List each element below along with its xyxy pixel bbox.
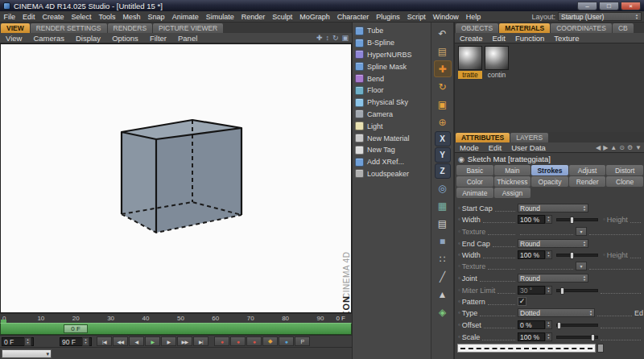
material-name[interactable]: tratte [458, 71, 482, 79]
menu-item[interactable]: Character [333, 11, 373, 23]
point-mode-icon[interactable]: ∷ [434, 250, 452, 267]
search-icon[interactable]: ⊙ [619, 144, 625, 151]
coordinate-system-icon[interactable]: ◎ [434, 180, 452, 196]
palette-item[interactable]: Camera [353, 109, 431, 121]
filter-icon[interactable]: ▼ [635, 144, 642, 151]
end-frame-field[interactable]: 90 F [60, 337, 92, 346]
minimize-button[interactable]: – [577, 2, 597, 10]
materials-menu-item[interactable]: Texture [549, 34, 584, 43]
material-thumbnail[interactable] [458, 46, 482, 70]
goto-start-button[interactable]: |◀ [97, 336, 112, 346]
material-thumbnail[interactable] [485, 46, 509, 70]
pattern-checkbox[interactable]: ✓ [518, 297, 526, 306]
palette-item[interactable]: Add XRef... [353, 156, 431, 168]
edit-pattern-button[interactable]: Ed [634, 309, 643, 317]
manager-tab[interactable]: MATERIALS [499, 23, 550, 33]
manager-tab[interactable]: CB [613, 23, 634, 33]
attributes-tab[interactable]: LAYERS [510, 133, 548, 142]
spinner-icon[interactable] [545, 320, 552, 329]
rotate-tool-icon[interactable]: ↻ [434, 78, 452, 95]
y-axis-lock[interactable]: Y [435, 147, 451, 163]
menu-item[interactable]: File [0, 11, 19, 23]
move-tool-icon[interactable]: ✚ [434, 60, 452, 77]
menu-item[interactable]: Mesh [119, 11, 144, 23]
viewport-3d[interactable]: CINEMA 4D MAXON [0, 43, 352, 313]
timeline-footer-field[interactable] [2, 349, 52, 358]
materials-menu-item[interactable]: Create [455, 34, 488, 43]
section-tab[interactable]: Animate [456, 188, 493, 198]
x-axis-lock[interactable]: X [435, 131, 451, 146]
palette-item[interactable]: Floor [353, 85, 431, 97]
play-button[interactable]: ▶ [145, 336, 160, 346]
pan-icon[interactable]: ✚ [316, 34, 323, 42]
viewport-tab[interactable]: RENDER SETTINGS [31, 23, 107, 33]
cube-object[interactable] [118, 115, 246, 237]
scale-tool-icon[interactable]: ▣ [434, 96, 452, 113]
menu-item[interactable]: Select [68, 11, 95, 23]
section-tab[interactable]: Render [569, 176, 606, 187]
viewport-menu-item[interactable]: Panel [172, 34, 203, 43]
palette-item[interactable]: Bend [353, 72, 431, 85]
parent-icon[interactable]: ▲ [610, 144, 617, 151]
menu-item[interactable]: Snap [144, 11, 168, 23]
start-frame-field[interactable]: 0 F [2, 337, 34, 346]
offset-field[interactable]: 0 % [518, 320, 545, 329]
material-name[interactable]: contin [485, 71, 509, 79]
spinner-icon[interactable] [545, 215, 552, 224]
render-settings-icon[interactable]: ▤ [434, 215, 452, 232]
section-tab[interactable]: Basic [456, 165, 493, 175]
settings-icon[interactable]: ⚙ [627, 144, 633, 151]
end-cap-select[interactable]: Round [518, 239, 588, 248]
palette-item[interactable]: Light [353, 120, 431, 132]
viewport-menu-item[interactable]: View [0, 34, 27, 43]
palette-item[interactable]: Loudspeaker [353, 168, 431, 180]
texture-select-button[interactable]: ▾ [576, 262, 587, 270]
start-width-field[interactable]: 100 % [518, 215, 545, 224]
next-key-button[interactable]: ▶▶ [177, 336, 192, 346]
scale-field[interactable]: 100 % [518, 332, 545, 341]
menu-item[interactable]: Sculpt [269, 11, 296, 23]
pattern-preview[interactable] [457, 344, 596, 353]
record-rotation-button[interactable]: ● [279, 336, 294, 346]
record-keyframe-button[interactable]: ● [214, 336, 229, 346]
menu-item[interactable]: Edit [19, 11, 39, 23]
spinner-icon[interactable] [545, 332, 552, 341]
menu-item[interactable]: MoGraph [296, 11, 334, 23]
menu-item[interactable]: Window [429, 11, 462, 23]
menu-item[interactable]: Animate [168, 11, 202, 23]
offset-slider[interactable] [556, 324, 598, 327]
snap-icon[interactable]: ◈ [434, 303, 452, 320]
viewport-menu-item[interactable]: Cameras [27, 34, 70, 43]
section-tab[interactable]: Assign [494, 188, 531, 198]
miter-limit-field[interactable]: 30 ° [518, 286, 545, 295]
end-width-field[interactable]: 100 % [518, 250, 545, 259]
palette-item[interactable]: Tube [353, 25, 431, 37]
record-position-button[interactable]: ● [246, 336, 262, 346]
record-parameter-button[interactable]: P [295, 336, 310, 346]
menu-item[interactable]: Plugins [373, 11, 404, 23]
palette-item[interactable]: Spline Mask [353, 60, 431, 72]
section-tab[interactable]: Thickness [494, 176, 531, 187]
end-width-slider[interactable] [556, 254, 598, 257]
polygon-mode-icon[interactable]: ▲ [434, 286, 452, 303]
manager-tab[interactable]: OBJECTS [456, 23, 498, 33]
start-cap-select[interactable]: Round [518, 204, 588, 213]
layout-select[interactable]: Startup (User) [558, 12, 642, 21]
last-tool-icon[interactable]: ⊕ [434, 113, 452, 130]
viewport-menu-item[interactable]: Filter [144, 34, 172, 43]
pattern-type-select[interactable]: Dotted [518, 308, 595, 317]
orbit-icon[interactable]: ↻ [332, 34, 339, 42]
section-tab[interactable]: Color [456, 176, 493, 187]
start-width-slider[interactable] [556, 218, 598, 221]
section-tab[interactable]: Strokes [531, 165, 568, 175]
edge-mode-icon[interactable]: ╱ [434, 268, 452, 285]
model-mode-icon[interactable]: ■ [434, 233, 452, 250]
z-axis-lock[interactable]: Z [435, 163, 451, 179]
render-view-icon[interactable]: ▦ [434, 197, 452, 214]
viewport-tab[interactable]: VIEW [1, 23, 30, 33]
spinner-icon[interactable] [82, 337, 89, 346]
section-tab[interactable]: Clone [606, 176, 643, 187]
section-tab[interactable]: Adjust [569, 165, 606, 175]
record-scale-button[interactable]: ◆ [262, 336, 278, 346]
viewport-menu-item[interactable]: Options [106, 34, 144, 43]
